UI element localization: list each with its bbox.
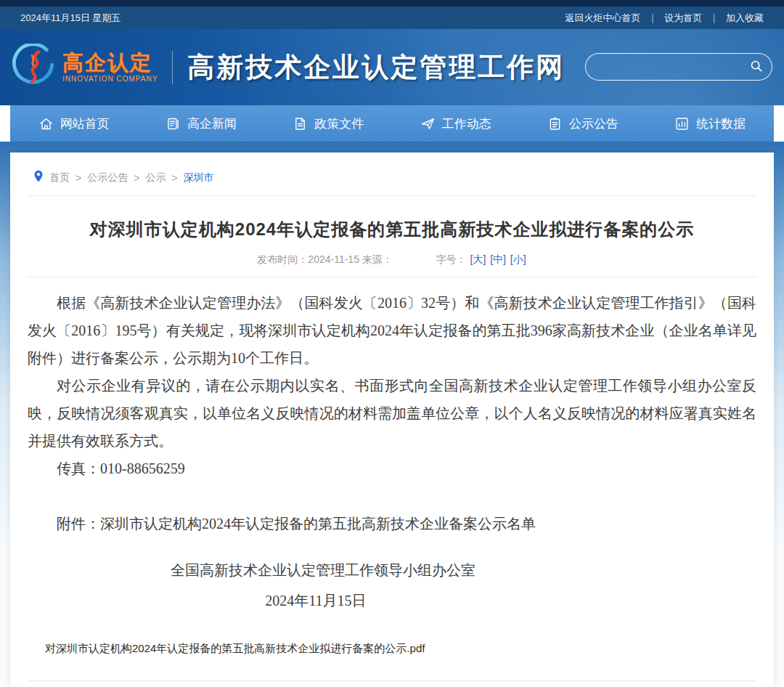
page-background: 首页 > 公示公告 > 公示 > 深圳市 对深圳市认定机构2024年认定报备的第… [0, 142, 784, 687]
publish-date: 2024-11-15 [308, 253, 359, 265]
nav-label: 高企新闻 [187, 115, 237, 132]
fontsize-small-button[interactable]: [小] [510, 253, 526, 265]
paper-plane-icon [420, 116, 436, 131]
article-body: 根据《高新技术企业认定管理办法》（国科发火〔2016〕32号）和《高新技术企业认… [28, 289, 756, 614]
nav-label: 公示公告 [569, 115, 618, 132]
content-card: 首页 > 公示公告 > 公示 > 深圳市 对深圳市认定机构2024年认定报备的第… [10, 153, 774, 687]
paragraph: 对公示企业有异议的，请在公示期内以实名、书面形式向全国高新技术企业认定管理工作领… [28, 372, 756, 455]
breadcrumb-announcements[interactable]: 公示公告 [87, 171, 128, 184]
link-add-favorites[interactable]: 加入收藏 [726, 12, 764, 25]
breadcrumb-home[interactable]: 首页 [49, 171, 70, 184]
search-box[interactable] [585, 53, 772, 81]
news-icon [166, 116, 181, 131]
main-nav: 网站首页 高企新闻 政策文件 工作动态 [10, 105, 774, 142]
breadcrumb-separator: > [134, 172, 139, 184]
fontsize-label: 字号： [436, 253, 467, 265]
nav-item-home[interactable]: 网站首页 [10, 105, 137, 142]
search-button[interactable] [746, 56, 767, 78]
fax-line: 传真：010-88656259 [28, 455, 756, 482]
location-pin-icon [33, 170, 44, 185]
nav-item-policy[interactable]: 政策文件 [265, 105, 392, 142]
header-divider [172, 51, 173, 84]
divider [28, 277, 756, 277]
announcement-icon [547, 116, 563, 131]
breadcrumb-separator: > [171, 172, 177, 184]
home-icon [38, 116, 54, 131]
nav-label: 网站首页 [60, 115, 110, 132]
nav-item-news[interactable]: 高企新闻 [137, 105, 264, 142]
publish-time-label: 发布时间： [257, 253, 308, 265]
nav-label: 工作动态 [442, 115, 491, 132]
signature-date: 2024年11月15日 [28, 587, 756, 614]
breadcrumb-shenzhen[interactable]: 深圳市 [184, 171, 214, 184]
signature-office: 全国高新技术企业认定管理工作领导小组办公室 [28, 556, 756, 584]
current-date: 2024年11月15日 星期五 [20, 12, 121, 25]
pdf-attachment-link[interactable]: 对深圳市认定机构2024年认定报备的第五批高新技术企业拟进行备案的公示.pdf [45, 642, 425, 656]
logo-cn-text: 高企认定 [62, 52, 158, 73]
topbar-links: 返回火炬中心首页 ｜ 设为首页 ｜ 加入收藏 [565, 12, 764, 25]
nav-label: 政策文件 [314, 115, 364, 132]
search-input[interactable] [597, 61, 746, 73]
top-utility-bar: 2024年11月15日 星期五 返回火炬中心首页 ｜ 设为首页 ｜ 加入收藏 [0, 0, 784, 29]
statistics-icon [674, 116, 690, 131]
policy-doc-icon [293, 116, 308, 131]
source-label: 来源： [362, 253, 393, 265]
link-set-homepage[interactable]: 设为首页 [664, 12, 702, 25]
topbar-separator: ｜ [648, 12, 658, 25]
logo-en-text: INNOVATION COMPANY [62, 76, 158, 84]
breadcrumb-separator: > [75, 172, 81, 184]
site-header: 高企认定 INNOVATION COMPANY 高新技术企业认定管理工作网 [0, 29, 784, 105]
article-meta: 发布时间：2024-11-15 来源： 字号： [大] [中] [小] [28, 253, 756, 267]
paragraph: 根据《高新技术企业认定管理办法》（国科发火〔2016〕32号）和《高新技术企业认… [28, 289, 756, 372]
fontsize-medium-button[interactable]: [中] [490, 253, 506, 265]
divider [28, 680, 756, 681]
breadcrumb-public[interactable]: 公示 [145, 171, 166, 184]
breadcrumb: 首页 > 公示公告 > 公示 > 深圳市 [28, 153, 756, 196]
nav-item-statistics[interactable]: 统计数据 [647, 105, 774, 142]
site-logo[interactable]: 高企认定 INNOVATION COMPANY [12, 44, 158, 92]
fontsize-large-button[interactable]: [大] [470, 253, 486, 265]
nav-label: 统计数据 [696, 115, 746, 132]
topbar-separator: ｜ [709, 12, 719, 25]
nav-item-work-trends[interactable]: 工作动态 [392, 105, 519, 142]
link-torch-center-home[interactable]: 返回火炬中心首页 [565, 12, 641, 25]
nav-item-announcements[interactable]: 公示公告 [519, 105, 646, 142]
logo-swoosh-icon [12, 44, 57, 92]
article-title: 对深圳市认定机构2024年认定报备的第五批高新技术企业拟进行备案的公示 [28, 218, 756, 241]
attachment-line: 附件：深圳市认定机构2024年认定报备的第五批高新技术企业备案公示名单 [28, 510, 756, 537]
search-icon [748, 58, 764, 76]
site-title: 高新技术企业认定管理工作网 [187, 49, 565, 86]
